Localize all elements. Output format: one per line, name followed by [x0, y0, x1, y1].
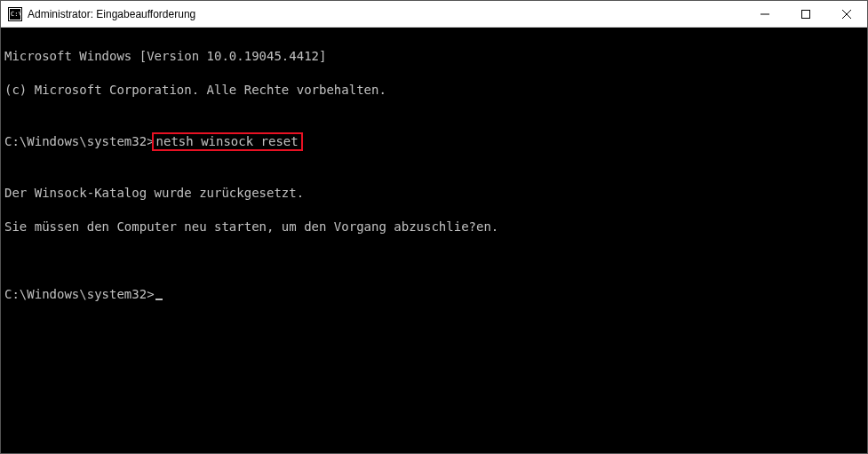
close-button[interactable]	[826, 1, 867, 27]
command-prompt-window: C:\ Administrator: Eingabeaufforderung M…	[0, 0, 868, 454]
terminal-line: Der Winsock-Katalog wurde zurückgesetzt.	[4, 185, 862, 202]
cursor-icon	[155, 299, 163, 300]
maximize-button[interactable]	[785, 1, 826, 27]
cmd-icon: C:\	[8, 7, 22, 21]
minimize-button[interactable]	[745, 1, 785, 27]
window-title: Administrator: Eingabeaufforderung	[28, 8, 195, 20]
window-controls	[745, 1, 867, 27]
terminal-area[interactable]: Microsoft Windows [Version 10.0.19045.44…	[1, 28, 867, 453]
prompt-prefix: C:\Windows\system32>	[4, 287, 155, 301]
prompt-prefix: C:\Windows\system32>	[4, 134, 155, 148]
terminal-line: C:\Windows\system32>	[4, 286, 862, 303]
terminal-line: C:\Windows\system32>netsh winsock reset	[4, 132, 862, 151]
titlebar[interactable]: C:\ Administrator: Eingabeaufforderung	[1, 1, 867, 28]
terminal-line: Sie müssen den Computer neu starten, um …	[4, 219, 862, 235]
terminal-line: (c) Microsoft Corporation. Alle Rechte v…	[4, 82, 862, 99]
svg-text:C:\: C:\	[11, 11, 22, 18]
svg-rect-5	[802, 10, 810, 18]
highlighted-command: netsh winsock reset	[152, 132, 303, 151]
terminal-line: Microsoft Windows [Version 10.0.19045.44…	[4, 48, 862, 65]
